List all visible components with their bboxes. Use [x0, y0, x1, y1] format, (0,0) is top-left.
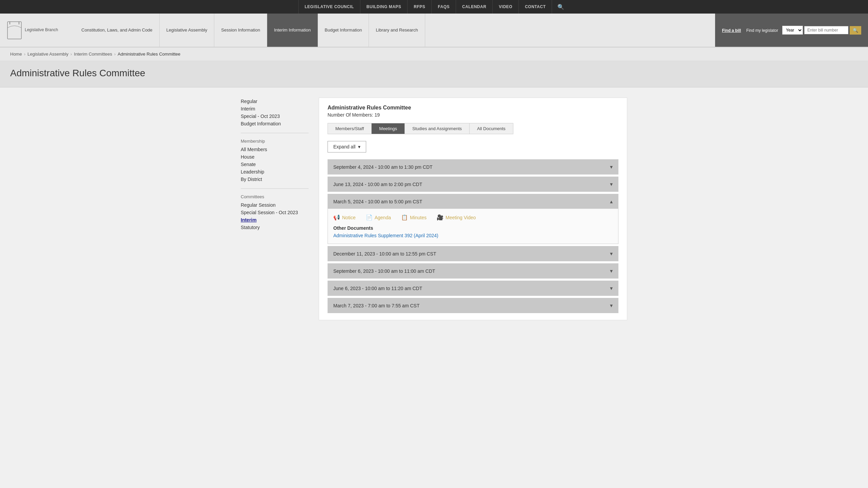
meeting-label-4: December 11, 2023 - 10:00 am to 12:55 pm…: [333, 251, 436, 257]
nav-faqs[interactable]: FAQS: [432, 0, 456, 14]
breadcrumb-home[interactable]: Home: [10, 52, 22, 57]
sidebar-committees-label: Committees: [241, 194, 309, 199]
committee-title: Administrative Rules Committee: [328, 105, 618, 111]
sidebar-link-budget-information[interactable]: Budget Information: [241, 120, 309, 127]
sidebar-link-statutory[interactable]: Statutory: [241, 224, 309, 231]
find-bill-link[interactable]: Find a bill: [722, 28, 741, 33]
main-panel: Administrative Rules Committee Number Of…: [319, 98, 627, 320]
chevron-icon: ▾: [610, 164, 613, 170]
other-docs-label: Other Documents: [333, 225, 613, 231]
breadcrumb-legislative-assembly[interactable]: Legislative Assembly: [27, 52, 68, 57]
meeting-label-3: March 5, 2024 - 10:00 am to 5:00 pm CST: [333, 199, 422, 204]
state-shape-icon: [7, 21, 22, 40]
sidebar-link-house[interactable]: House: [241, 153, 309, 161]
svg-rect-2: [19, 22, 19, 24]
nav-building-maps[interactable]: BUILDING MAPS: [360, 0, 408, 14]
meeting-body-3: 📢 Notice 📄 Agenda 📋 Minutes 🎥: [328, 209, 618, 244]
search-icon[interactable]: 🔍: [552, 0, 570, 14]
meeting-accordion: September 4, 2024 - 10:00 am to 1:30 pm …: [328, 159, 618, 313]
meeting-header-5[interactable]: September 6, 2023 - 10:00 am to 11:00 am…: [328, 264, 618, 278]
agenda-link[interactable]: 📄 Agenda: [366, 214, 391, 221]
nav-calendar[interactable]: CALENDAR: [456, 0, 493, 14]
nav-video[interactable]: VIDEO: [493, 0, 519, 14]
sidebar-link-all-members[interactable]: All Members: [241, 146, 309, 153]
meeting-row: March 5, 2024 - 10:00 am to 5:00 pm CST …: [328, 194, 618, 244]
video-icon: 🎥: [437, 214, 443, 221]
meeting-row: June 6, 2023 - 10:00 am to 11:20 am CDT …: [328, 281, 618, 296]
svg-rect-1: [9, 22, 10, 24]
main-header: Legislative Branch Constitution, Laws, a…: [0, 14, 868, 47]
nav-item-constitution[interactable]: Constitution, Laws, and Admin Code: [75, 14, 160, 47]
meeting-header-2[interactable]: June 13, 2024 - 10:00 am to 2:00 pm CDT …: [328, 177, 618, 191]
nav-contact[interactable]: CONTACT: [519, 0, 552, 14]
chevron-icon: ▾: [610, 268, 613, 274]
minutes-link[interactable]: 📋 Minutes: [401, 214, 427, 221]
meeting-row: June 13, 2024 - 10:00 am to 2:00 pm CDT …: [328, 177, 618, 192]
meeting-header-1[interactable]: September 4, 2024 - 10:00 am to 1:30 pm …: [328, 160, 618, 174]
meeting-header-7[interactable]: March 7, 2023 - 7:00 am to 7:55 am CST ▾: [328, 298, 618, 313]
tab-studies-assignments[interactable]: Studies and Assignments: [405, 123, 470, 134]
notice-link[interactable]: 📢 Notice: [333, 214, 356, 221]
supplement-link[interactable]: Administrative Rules Supplement 392 (Apr…: [333, 233, 438, 238]
breadcrumb-interim-committees[interactable]: Interim Committees: [74, 52, 112, 57]
sidebar-link-regular[interactable]: Regular: [241, 98, 309, 105]
tab-members-staff[interactable]: Members/Staff: [328, 123, 372, 134]
top-navigation: LEGISLATIVE COUNCIL BUILDING MAPS RFPS F…: [0, 0, 868, 14]
page-title-bar: Administrative Rules Committee: [0, 61, 868, 87]
chevron-down-icon: ▾: [358, 144, 360, 149]
bill-number-input[interactable]: [804, 26, 848, 34]
nav-rfps[interactable]: RFPS: [408, 0, 432, 14]
meeting-header-4[interactable]: December 11, 2023 - 10:00 am to 12:55 pm…: [328, 246, 618, 261]
chevron-icon: ▾: [610, 285, 613, 291]
chevron-up-icon: ▴: [610, 198, 613, 205]
logo-text: Legislative Branch: [25, 27, 58, 33]
nav-legislative-council[interactable]: LEGISLATIVE COUNCIL: [298, 0, 360, 14]
meeting-row: September 6, 2023 - 10:00 am to 11:00 am…: [328, 263, 618, 279]
breadcrumb-current: Administrative Rules Committee: [118, 52, 180, 57]
expand-all-button[interactable]: Expand all ▾: [328, 141, 366, 152]
meeting-label-7: March 7, 2023 - 7:00 am to 7:55 am CST: [333, 303, 419, 308]
expand-all-label: Expand all: [333, 144, 355, 149]
notice-label: Notice: [342, 215, 356, 220]
bill-search-button[interactable]: 🔍: [850, 26, 861, 35]
nav-item-library-research[interactable]: Library and Research: [369, 14, 425, 47]
breadcrumb-sep-2: ›: [71, 52, 72, 57]
nav-item-budget-info[interactable]: Budget Information: [318, 14, 369, 47]
meeting-label-1: September 4, 2024 - 10:00 am to 1:30 pm …: [333, 164, 433, 170]
agenda-label: Agenda: [375, 215, 391, 220]
main-nav: Constitution, Laws, and Admin Code Legis…: [75, 14, 715, 47]
tab-meetings[interactable]: Meetings: [372, 123, 405, 134]
year-select[interactable]: Year 2024 2023 2022: [782, 26, 803, 35]
meeting-header-3[interactable]: March 5, 2024 - 10:00 am to 5:00 pm CST …: [328, 194, 618, 209]
breadcrumb-sep-3: ›: [114, 52, 116, 57]
meeting-row: March 7, 2023 - 7:00 am to 7:55 am CST ▾: [328, 298, 618, 313]
meeting-docs-row: 📢 Notice 📄 Agenda 📋 Minutes 🎥: [333, 214, 613, 221]
sidebar-link-senate[interactable]: Senate: [241, 161, 309, 168]
nav-item-session-info[interactable]: Session Information: [214, 14, 267, 47]
find-legislator-link[interactable]: Find my legislator: [746, 28, 778, 33]
page-title: Administrative Rules Committee: [10, 68, 858, 79]
sidebar-link-by-district[interactable]: By District: [241, 176, 309, 183]
sidebar-link-interim-committees[interactable]: Interim: [241, 216, 309, 224]
sidebar-link-special-session-oct-2023[interactable]: Special Session - Oct 2023: [241, 209, 309, 216]
tabs-row: Members/Staff Meetings Studies and Assig…: [328, 123, 513, 134]
sidebar-link-leadership[interactable]: Leadership: [241, 168, 309, 176]
content-wrapper: Regular Interim Special - Oct 2023 Budge…: [231, 87, 637, 330]
sidebar-link-interim[interactable]: Interim: [241, 105, 309, 113]
minutes-label: Minutes: [410, 215, 427, 220]
meeting-video-link[interactable]: 🎥 Meeting Video: [437, 214, 476, 221]
minutes-icon: 📋: [401, 214, 408, 221]
nav-item-legislative-assembly[interactable]: Legislative Assembly: [160, 14, 215, 47]
sidebar-link-regular-session[interactable]: Regular Session: [241, 201, 309, 209]
find-bill-area: Find a bill Find my legislator Year 2024…: [715, 14, 868, 47]
nav-item-interim-info[interactable]: Interim Information: [267, 14, 318, 47]
breadcrumb: Home › Legislative Assembly › Interim Co…: [0, 47, 868, 61]
meeting-label-2: June 13, 2024 - 10:00 am to 2:00 pm CDT: [333, 182, 422, 187]
agenda-icon: 📄: [366, 214, 373, 221]
chevron-icon: ▾: [610, 250, 613, 257]
sidebar-link-special-oct-2023[interactable]: Special - Oct 2023: [241, 113, 309, 120]
meeting-header-6[interactable]: June 6, 2023 - 10:00 am to 11:20 am CDT …: [328, 281, 618, 296]
tab-all-documents[interactable]: All Documents: [470, 123, 513, 134]
logo[interactable]: Legislative Branch: [7, 21, 58, 40]
chevron-icon: ▾: [610, 181, 613, 187]
